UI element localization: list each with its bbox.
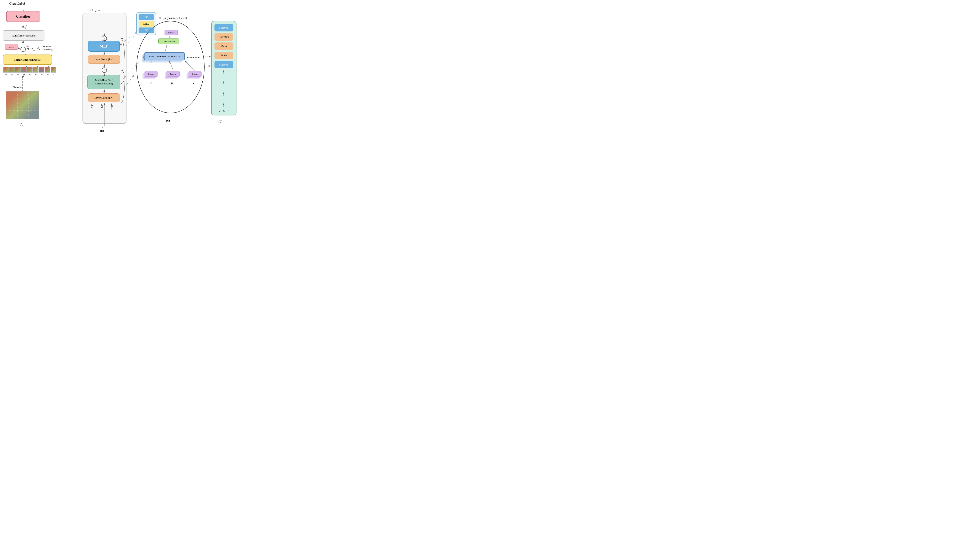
l-layers-label: L × Layers xyxy=(88,8,100,12)
k-label-b: K xyxy=(101,106,103,109)
k-label-d: K xyxy=(223,109,225,113)
positional-embedding-label: PositionalEmbedding xyxy=(43,45,52,51)
diagram-container: Class Label Classifier zL0 Transformer E… xyxy=(0,0,245,137)
classifier-box: Classifier xyxy=(6,11,40,22)
linear-k-box: Linear xyxy=(167,71,180,77)
part-d-label: (d) xyxy=(218,120,223,124)
v-label-c: V xyxy=(193,81,194,85)
part-a-label: (a) xyxy=(20,122,24,126)
v-label-d: V xyxy=(228,109,229,113)
main-image xyxy=(6,91,39,119)
class-label-text: Class Label xyxy=(9,2,25,5)
d-mask: Mask xyxy=(215,43,233,50)
part-c-label: (c) xyxy=(166,119,170,122)
transformer-encoder-box: Transformer Encoder xyxy=(3,30,45,41)
d-matmul-top: MatMul xyxy=(215,24,233,32)
d-matmul-bottom: MatMul xyxy=(215,61,233,68)
plus-circle-a: + xyxy=(21,47,26,52)
msa-box: Multi-Head SelfAttention (MSA) xyxy=(88,75,120,89)
d-softmax: SoftMax xyxy=(215,33,233,41)
z0-label-a: z0 xyxy=(26,44,29,48)
linear-top-c: Linear xyxy=(165,30,178,35)
linear-embedding-box: Linear Embedding (E) xyxy=(3,54,52,65)
flattening-label: Flattening xyxy=(13,86,23,88)
v-label-b: V xyxy=(111,106,113,109)
linear-v-box: Linear xyxy=(189,71,202,77)
wave-symbol: ∿ xyxy=(37,46,41,51)
mlp-box: MLP xyxy=(88,41,120,52)
sdpa-box: Scaled Dot-Product Attention ▲ xyxy=(144,52,185,60)
v-class-box: vclass xyxy=(5,44,18,50)
q-label-c: Q xyxy=(150,81,151,85)
d-outer-box: MatMul SoftMax Mask Scale MatMul Q K V xyxy=(211,21,237,116)
ln-box-2: Layer Norm (LN) xyxy=(88,94,120,102)
ln-box-1: Layer Norm (LN) xyxy=(88,55,120,64)
zl0-label: zL0 xyxy=(24,25,27,29)
q-label-b: Q xyxy=(91,106,93,109)
d-scale: Scale xyxy=(215,52,233,59)
linear-q-box: Linear xyxy=(145,71,158,77)
plus-circle-b1: + xyxy=(102,68,107,73)
part-b-label: (b) xyxy=(100,129,104,133)
several-head-label: Several Head xyxy=(186,56,199,59)
plus-circle-b2: + xyxy=(102,36,107,41)
patches-row: x1 x2 x3 x4 x5 x6 x7 x8 xyxy=(3,67,56,76)
q-label-d: Q xyxy=(218,109,220,113)
fc-detail-label: FC (fully connected layer) xyxy=(159,16,187,20)
k-label-c: K xyxy=(171,81,173,85)
epos-label: Epos xyxy=(32,48,36,51)
concatenate-box: Concatenate xyxy=(158,38,179,44)
